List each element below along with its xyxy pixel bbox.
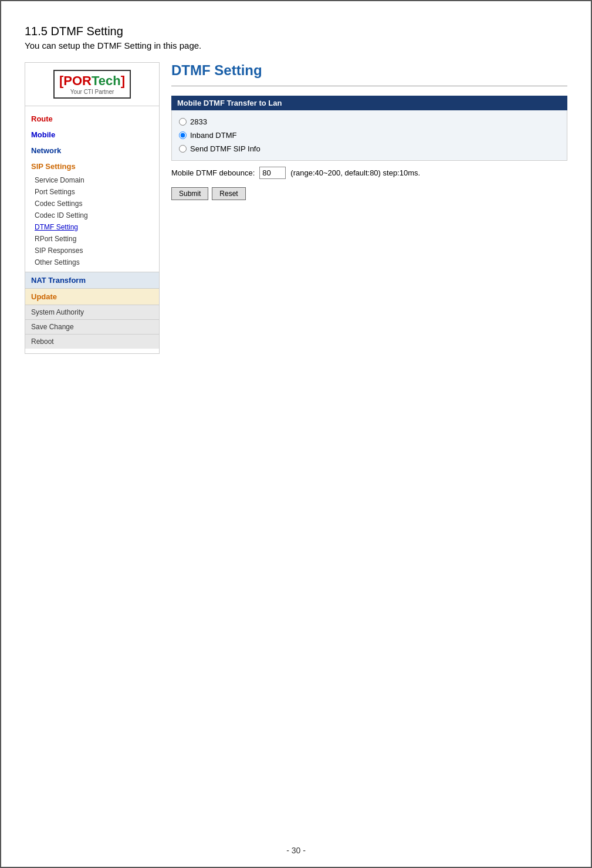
sidebar-item-codec-settings[interactable]: Codec Settings [25,198,159,210]
sidebar-logo: [PORTech] Your CTI Partner [25,63,159,106]
section-header: Mobile DTMF Transfer to Lan [171,96,567,110]
sidebar-item-sip-settings[interactable]: SIP Settings [25,158,159,174]
logo-text: [PORTech] [59,73,125,89]
sidebar-navigation: Route Mobile Network SIP Settings Servic… [25,106,159,353]
sidebar-item-update[interactable]: Update [25,288,159,305]
sidebar-item-other-settings[interactable]: Other Settings [25,256,159,268]
submit-button[interactable]: Submit [171,187,208,200]
sidebar-item-system-authority[interactable]: System Authority [25,305,159,319]
sidebar-item-service-domain[interactable]: Service Domain [25,174,159,186]
radio-row-inband: Inband DTMF [179,129,560,142]
radio-sip-info[interactable] [179,145,187,153]
sidebar-item-network[interactable]: Network [25,143,159,158]
sidebar-item-reboot[interactable]: Reboot [25,334,159,349]
radio-row-2833: 2833 [179,115,560,129]
sidebar-item-codec-id-setting[interactable]: Codec ID Setting [25,210,159,221]
page-subtitle: You can setup the DTMF Setting in this p… [25,40,567,50]
radio-row-sip-info: Send DTMF SIP Info [179,142,560,156]
logo-tagline: Your CTI Partner [59,89,125,95]
label-2833: 2833 [190,117,207,126]
label-inband: Inband DTMF [190,131,236,140]
radio-inband[interactable] [179,131,187,139]
sidebar-item-port-settings[interactable]: Port Settings [25,186,159,198]
footer-text: - 30 - [286,846,306,855]
content-divider [171,86,567,86]
reset-button[interactable]: Reset [212,187,245,200]
debounce-hint: (range:40~200, default:80) step:10ms. [290,168,420,177]
sidebar-item-rport-setting[interactable]: RPort Setting [25,233,159,245]
debounce-label: Mobile DTMF debounce: [171,168,255,177]
sidebar-item-sip-responses[interactable]: SIP Responses [25,245,159,256]
section-body: 2833 Inband DTMF Send DTMF SIP Info [171,110,567,161]
label-sip-info: Send DTMF SIP Info [190,144,261,153]
button-row: Submit Reset [171,183,567,205]
sidebar-item-dtmf-setting[interactable]: DTMF Setting [25,221,159,233]
page-title: 11.5 DTMF Setting [25,25,567,38]
sidebar: [PORTech] Your CTI Partner Route Mobile … [25,62,160,354]
sidebar-item-route[interactable]: Route [25,111,159,127]
radio-2833[interactable] [179,118,187,126]
main-content: DTMF Setting Mobile DTMF Transfer to Lan… [171,62,567,354]
page-header: 11.5 DTMF Setting You can setup the DTMF… [25,25,567,50]
page-footer: - 30 - [1,846,591,855]
sidebar-item-mobile[interactable]: Mobile [25,127,159,143]
debounce-row: Mobile DTMF debounce: (range:40~200, def… [171,161,567,183]
debounce-input[interactable] [259,167,286,179]
sidebar-item-save-change[interactable]: Save Change [25,319,159,334]
content-title: DTMF Setting [171,62,567,79]
sidebar-item-nat-transform[interactable]: NAT Transform [25,272,159,288]
